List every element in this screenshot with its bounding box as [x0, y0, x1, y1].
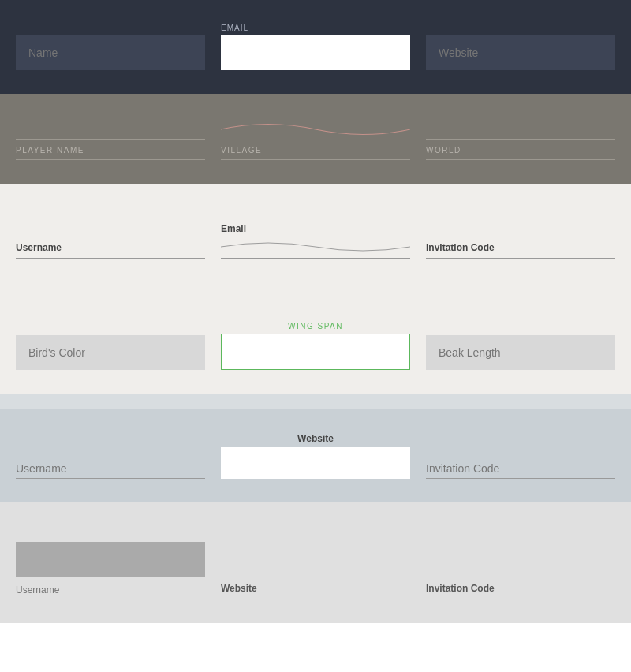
email-field-group: EMAIL [221, 24, 410, 70]
website3-field-group: Website [221, 583, 410, 599]
invitation-code3-label: Invitation Code [426, 583, 615, 594]
username3-input[interactable] [16, 581, 205, 599]
wing-span-input[interactable] [221, 334, 410, 370]
player-name-field-group: PLAYER NAME [16, 139, 205, 160]
gray-box [16, 542, 205, 577]
wing-span-field-group: WING SPAN [221, 322, 410, 370]
section-light: Username Email Invitation Code [0, 200, 631, 282]
world-label: WORLD [426, 146, 615, 155]
username2-field-group [16, 459, 205, 479]
invitation-code-label: Invitation Code [426, 242, 615, 253]
email2-field-group: Email [221, 223, 410, 259]
invitation-code3-field-group: Invitation Code [426, 583, 615, 599]
email-label: EMAIL [221, 24, 410, 32]
website2-input[interactable] [221, 447, 410, 479]
invitation-code2-input[interactable] [426, 459, 615, 479]
website2-label: Website [221, 433, 410, 444]
website3-label: Website [221, 583, 410, 594]
section-bluegray: Website [0, 409, 631, 502]
wavy-decoration [221, 118, 410, 141]
world-field-group: WORLD [426, 139, 615, 160]
website-input[interactable] [426, 35, 615, 70]
section-dark: EMAIL [0, 0, 631, 94]
username-field-group: Username [16, 242, 205, 259]
village-field-group: VILLAGE [221, 118, 410, 160]
player-name-label: PLAYER NAME [16, 146, 205, 155]
email-input[interactable] [221, 35, 410, 70]
birds-color-field-group [16, 335, 205, 370]
email2-label: Email [221, 223, 410, 234]
website2-field-group: Website [221, 433, 410, 479]
invitation-code2-field-group [426, 459, 615, 479]
username-label: Username [16, 242, 205, 253]
beak-length-input[interactable] [426, 335, 615, 370]
wing-span-label: WING SPAN [221, 322, 410, 330]
section-lightgray2: Website Invitation Code [0, 518, 631, 623]
name-input[interactable] [16, 35, 205, 70]
username2-input[interactable] [16, 459, 205, 479]
gray-box-field-group [16, 542, 205, 599]
wavy-decoration2 [221, 239, 410, 255]
village-label: VILLAGE [221, 146, 410, 155]
birds-color-input[interactable] [16, 335, 205, 370]
beak-length-field-group [426, 335, 615, 370]
invitation-code-field-group: Invitation Code [426, 242, 615, 259]
name-field-group [16, 35, 205, 70]
section-gray: PLAYER NAME VILLAGE WORLD [0, 94, 631, 184]
section-offwhite: WING SPAN [0, 298, 631, 394]
website-field-group [426, 35, 615, 70]
